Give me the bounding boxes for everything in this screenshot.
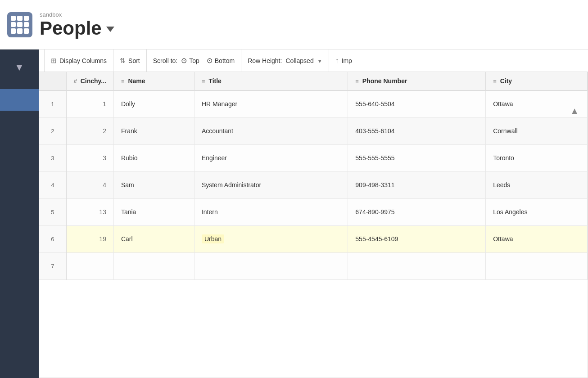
td-city[interactable]: Cornwall	[486, 117, 588, 144]
main-content: Display Columns Sort Scroll to: ⊙ Top ⊙ …	[39, 50, 588, 378]
td-rownum: 4	[39, 171, 66, 198]
td-cinchy[interactable]: 4	[66, 171, 113, 198]
td-name[interactable]: Rubio	[113, 144, 194, 171]
td-name[interactable]	[113, 252, 194, 279]
table-row[interactable]: 22FrankAccountant403-555-6104Cornwall	[39, 117, 588, 144]
name-col-icon: ≡	[121, 78, 125, 85]
td-city[interactable]: Los Angeles	[486, 198, 588, 225]
display-columns-label: Display Columns	[59, 57, 107, 64]
scroll-to-label: Scroll to:	[153, 57, 177, 64]
table-row[interactable]: 7	[39, 252, 588, 279]
app-title-row: People	[40, 19, 114, 38]
td-name[interactable]: Frank	[113, 117, 194, 144]
td-cinchy[interactable]: 1	[66, 90, 113, 117]
toolbar: Display Columns Sort Scroll to: ⊙ Top ⊙ …	[39, 50, 588, 72]
sidebar-filter-button[interactable]: ▼	[9, 57, 30, 78]
th-title[interactable]: ≡ Title	[194, 72, 348, 90]
th-city-label: City	[500, 77, 512, 85]
td-name[interactable]: Carl	[113, 225, 194, 252]
sidebar-active-item[interactable]	[0, 89, 39, 111]
filter-icon: ▼	[14, 62, 24, 73]
td-rownum: 5	[39, 198, 66, 225]
td-rownum: 1	[39, 90, 66, 117]
title-col-icon: ≡	[202, 78, 205, 85]
table-row[interactable]: 11DollyHR Manager555-640-5504Ottawa	[39, 90, 588, 117]
table-row[interactable]: 44SamSystem Administrator909-498-3311Lee…	[39, 171, 588, 198]
table-body: 11DollyHR Manager555-640-5504Ottawa22Fra…	[39, 90, 588, 279]
data-table: # Cinchy... ≡ Name ≡ Title ≡	[39, 72, 588, 280]
td-phone[interactable]	[348, 252, 486, 279]
title-block: sandbox People	[40, 11, 114, 38]
th-phone[interactable]: ≡ Phone Number	[348, 72, 486, 90]
td-title[interactable]: Intern	[194, 198, 348, 225]
td-title[interactable]: Accountant	[194, 117, 348, 144]
th-phone-label: Phone Number	[362, 77, 407, 85]
scroll-to-section: Scroll to: ⊙ Top ⊙ Bottom	[147, 50, 241, 72]
title-dropdown-icon[interactable]	[106, 27, 114, 32]
td-name[interactable]: Dolly	[113, 90, 194, 117]
table-row[interactable]: 513TaniaIntern674-890-9975Los Angeles	[39, 198, 588, 225]
td-phone[interactable]: 555-4545-6109	[348, 225, 486, 252]
th-cinchy[interactable]: # Cinchy...	[66, 72, 113, 90]
scroll-top-button[interactable]: ⊙ Top	[181, 56, 199, 65]
app-subtitle: sandbox	[40, 11, 114, 18]
th-title-label: Title	[208, 77, 222, 85]
td-title[interactable]: System Administrator	[194, 171, 348, 198]
table-row[interactable]: 33RubioEngineer555-555-5555Toronto	[39, 144, 588, 171]
td-phone[interactable]: 403-555-6104	[348, 117, 486, 144]
table-row[interactable]: 619CarlUrban555-4545-6109Ottawa	[39, 225, 588, 252]
app-logo	[7, 12, 32, 37]
th-city[interactable]: ≡ City	[486, 72, 588, 90]
scroll-bottom-button[interactable]: ⊙ Bottom	[207, 56, 235, 65]
collapse-arrow[interactable]: ▲	[570, 106, 579, 116]
td-name[interactable]: Sam	[113, 171, 194, 198]
td-name[interactable]: Tania	[113, 198, 194, 225]
app-title: People	[40, 19, 102, 38]
td-phone[interactable]: 674-890-9975	[348, 198, 486, 225]
td-cinchy[interactable]: 19	[66, 225, 113, 252]
td-city[interactable]	[486, 252, 588, 279]
td-city[interactable]: Ottawa	[486, 225, 588, 252]
td-city[interactable]: Leeds	[486, 171, 588, 198]
city-col-icon: ≡	[493, 78, 497, 85]
row-height-label: Row Height:	[248, 57, 282, 64]
row-height-section: Row Height: Collapsed	[241, 50, 329, 72]
scroll-bottom-icon: ⊙	[207, 56, 213, 65]
import-label: Imp	[342, 57, 352, 64]
td-title[interactable]: Engineer	[194, 144, 348, 171]
row-height-dropdown-icon[interactable]	[317, 57, 322, 64]
sort-icon	[120, 57, 126, 65]
th-row-num[interactable]	[39, 72, 66, 90]
th-cinchy-label: Cinchy...	[81, 77, 106, 85]
td-rownum: 7	[39, 252, 66, 279]
td-phone[interactable]: 555-555-5555	[348, 144, 486, 171]
main-layout: ▼ Display Columns Sort Scroll to: ⊙ Top	[0, 50, 588, 378]
td-phone[interactable]: 555-640-5504	[348, 90, 486, 117]
table-header: # Cinchy... ≡ Name ≡ Title ≡	[39, 72, 588, 90]
collapsed-label: Collapsed	[285, 57, 313, 64]
th-name-label: Name	[128, 77, 145, 85]
sidebar: ▼	[0, 50, 39, 378]
td-rownum: 6	[39, 225, 66, 252]
td-rownum: 3	[39, 144, 66, 171]
td-title[interactable]: HR Manager	[194, 90, 348, 117]
td-title[interactable]	[194, 252, 348, 279]
td-cinchy[interactable]: 13	[66, 198, 113, 225]
th-name[interactable]: ≡ Name	[113, 72, 194, 90]
td-phone[interactable]: 909-498-3311	[348, 171, 486, 198]
scroll-bottom-label: Bottom	[215, 57, 235, 64]
import-button[interactable]: Imp	[329, 50, 358, 72]
import-icon	[335, 57, 339, 65]
columns-icon	[51, 57, 57, 65]
sort-button[interactable]: Sort	[113, 50, 147, 72]
td-city[interactable]: Toronto	[486, 144, 588, 171]
scroll-top-icon: ⊙	[181, 56, 187, 65]
td-rownum: 2	[39, 117, 66, 144]
header-row: # Cinchy... ≡ Name ≡ Title ≡	[39, 72, 588, 90]
td-cinchy[interactable]: 2	[66, 117, 113, 144]
td-cinchy[interactable]	[66, 252, 113, 279]
td-cinchy[interactable]: 3	[66, 144, 113, 171]
scroll-top-label: Top	[189, 57, 199, 64]
td-title[interactable]: Urban	[194, 225, 348, 252]
display-columns-button[interactable]: Display Columns	[44, 50, 113, 72]
